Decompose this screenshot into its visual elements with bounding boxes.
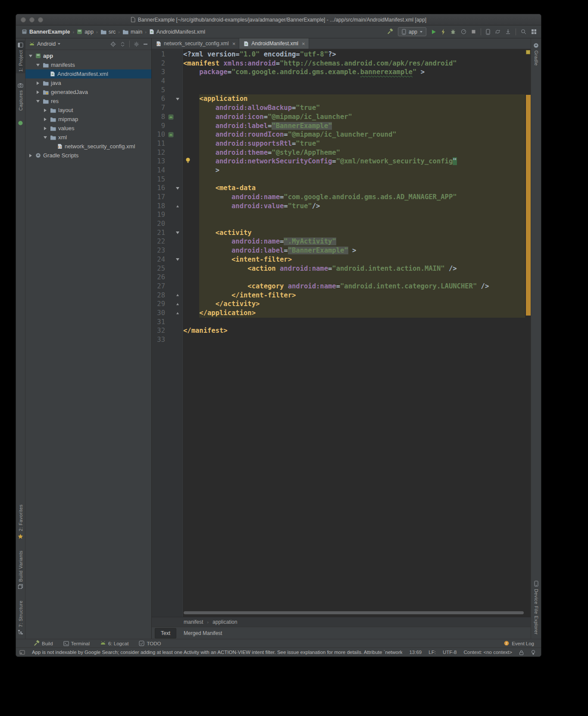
tool-button-device-file-explorer[interactable]: Device File Explorer: [531, 579, 541, 636]
toolwindow-switcher-icon[interactable]: [19, 650, 25, 655]
close-tab-icon[interactable]: ×: [232, 41, 236, 47]
highlighting-level-icon[interactable]: [531, 650, 536, 655]
line-number[interactable]: 26: [152, 273, 167, 282]
tree-item[interactable]: generatedJava: [25, 88, 151, 97]
tool-button-gradle[interactable]: Gradle: [531, 41, 541, 67]
search-icon[interactable]: [521, 29, 526, 34]
tool-button-1-project[interactable]: 1: Project: [16, 41, 25, 73]
launcher-preview-icon[interactable]: [167, 132, 175, 138]
line-number[interactable]: 2: [152, 59, 167, 68]
line-number[interactable]: 1: [152, 50, 167, 59]
line-number[interactable]: 32: [152, 326, 167, 335]
tree-item[interactable]: layout: [25, 106, 151, 115]
close-button[interactable]: [21, 17, 26, 22]
tree-expand-arrow[interactable]: [28, 55, 33, 57]
code-line[interactable]: <meta-data: [183, 184, 525, 193]
line-number[interactable]: 18: [152, 202, 167, 211]
settings-icon[interactable]: [134, 41, 139, 47]
line-number[interactable]: 5: [152, 86, 167, 95]
code-line[interactable]: [183, 219, 525, 228]
inspections-indicator[interactable]: [526, 50, 530, 54]
status-message[interactable]: App is not indexable by Google Search; c…: [32, 650, 402, 655]
fold-marker[interactable]: [175, 205, 180, 207]
code-line[interactable]: [183, 175, 525, 184]
line-number[interactable]: 21: [152, 228, 167, 238]
breadcrumb-item[interactable]: src: [99, 28, 117, 35]
tree-item[interactable]: Gradle Scripts: [25, 151, 151, 160]
line-number[interactable]: 19: [152, 210, 167, 219]
line-number[interactable]: 8: [152, 113, 167, 122]
tree-item[interactable]: network_security_config.xml: [25, 142, 151, 151]
android-tool-icon[interactable]: [18, 120, 23, 126]
line-number[interactable]: 30: [152, 309, 167, 318]
tree-expand-arrow[interactable]: [43, 127, 48, 130]
code-line[interactable]: </manifest>: [183, 326, 525, 335]
line-number[interactable]: 33: [152, 335, 167, 344]
tree-expand-arrow[interactable]: [35, 81, 41, 85]
line-number[interactable]: 25: [152, 264, 167, 273]
run-button[interactable]: [431, 29, 436, 34]
code-line[interactable]: >: [183, 166, 525, 175]
hide-panel-icon[interactable]: [143, 42, 148, 47]
code-line[interactable]: <application: [183, 94, 525, 103]
breadcrumb-item[interactable]: AndroidManifest.xml: [148, 28, 206, 35]
launcher-preview-icon[interactable]: [168, 114, 174, 120]
line-number[interactable]: 12: [152, 148, 167, 157]
tree-expand-arrow[interactable]: [35, 91, 41, 94]
horizontal-scrollbar[interactable]: [184, 611, 524, 614]
tool-button-2-favorites[interactable]: 2: Favorites: [16, 503, 25, 541]
tool-window-button-event-log[interactable]: 2Event Log: [504, 641, 534, 646]
error-stripe-marker[interactable]: [525, 95, 531, 316]
code-line[interactable]: [183, 273, 525, 282]
fold-marker[interactable]: [175, 98, 180, 100]
tree-item[interactable]: app: [25, 51, 151, 60]
line-number[interactable]: 20: [152, 219, 167, 228]
code-line[interactable]: <action android:name="android.intent.act…: [183, 264, 525, 273]
tree-item[interactable]: AndroidManifest.xml: [25, 69, 151, 78]
code-line[interactable]: <?xml version="1.0" encoding="utf-8"?>: [183, 50, 525, 59]
line-number[interactable]: 13: [152, 157, 167, 166]
code-line[interactable]: android:icon="@mipmap/ic_launcher": [183, 113, 525, 122]
line-number[interactable]: 9: [152, 122, 167, 131]
code-content[interactable]: <?xml version="1.0" encoding="utf-8"?><m…: [183, 49, 525, 344]
line-number[interactable]: 24: [152, 255, 167, 264]
locate-file-icon[interactable]: [110, 41, 116, 47]
line-number[interactable]: 16: [152, 184, 167, 193]
breadcrumb-item[interactable]: app: [75, 28, 95, 35]
apply-changes-icon[interactable]: [441, 29, 445, 35]
line-number[interactable]: 14: [152, 166, 167, 175]
tree-expand-arrow[interactable]: [43, 118, 48, 121]
tool-window-button-6-logcat[interactable]: 6: Logcat: [100, 641, 128, 646]
code-editor[interactable]: 1234567891011121314151617181920212223242…: [152, 49, 531, 617]
line-number[interactable]: 10: [152, 130, 167, 139]
tree-item[interactable]: java: [25, 78, 151, 88]
code-line[interactable]: package="com.google.android.gms.example.…: [183, 68, 525, 77]
code-line[interactable]: android:networkSecurityConfig="@xml/netw…: [183, 157, 525, 166]
tool-button-build-variants[interactable]: Build Variants: [16, 549, 25, 591]
tool-button-captures[interactable]: Captures: [16, 81, 25, 113]
device-manager-icon[interactable]: [486, 29, 490, 35]
tree-expand-arrow[interactable]: [43, 109, 48, 112]
sdk-manager-icon[interactable]: [505, 29, 511, 34]
tree-expand-arrow[interactable]: [35, 100, 41, 103]
intention-bulb-icon[interactable]: [185, 157, 191, 163]
line-number[interactable]: 22: [152, 237, 167, 246]
code-line[interactable]: [183, 210, 525, 219]
tree-expand-arrow[interactable]: [35, 64, 41, 66]
code-line[interactable]: <category android:name="android.intent.c…: [183, 282, 525, 291]
project-view-selector[interactable]: Android: [37, 41, 56, 47]
profiler-icon[interactable]: [461, 29, 466, 34]
tree-item[interactable]: mipmap: [25, 115, 151, 124]
tree-item[interactable]: manifests: [25, 60, 151, 69]
editor-tab[interactable]: network_security_config.xml×: [152, 38, 239, 49]
code-line[interactable]: android:name="com.google.android.gms.ads…: [183, 193, 525, 202]
code-line[interactable]: </application>: [183, 309, 525, 318]
code-line[interactable]: [183, 318, 525, 327]
line-number[interactable]: 4: [152, 77, 167, 86]
line-number[interactable]: 3: [152, 68, 167, 77]
editor-mode-tab-text[interactable]: Text: [155, 628, 176, 638]
toolwindows-icon[interactable]: [531, 29, 537, 34]
line-number[interactable]: 31: [152, 318, 167, 327]
line-number[interactable]: 6: [152, 94, 167, 103]
code-line[interactable]: <intent-filter>: [183, 255, 525, 264]
